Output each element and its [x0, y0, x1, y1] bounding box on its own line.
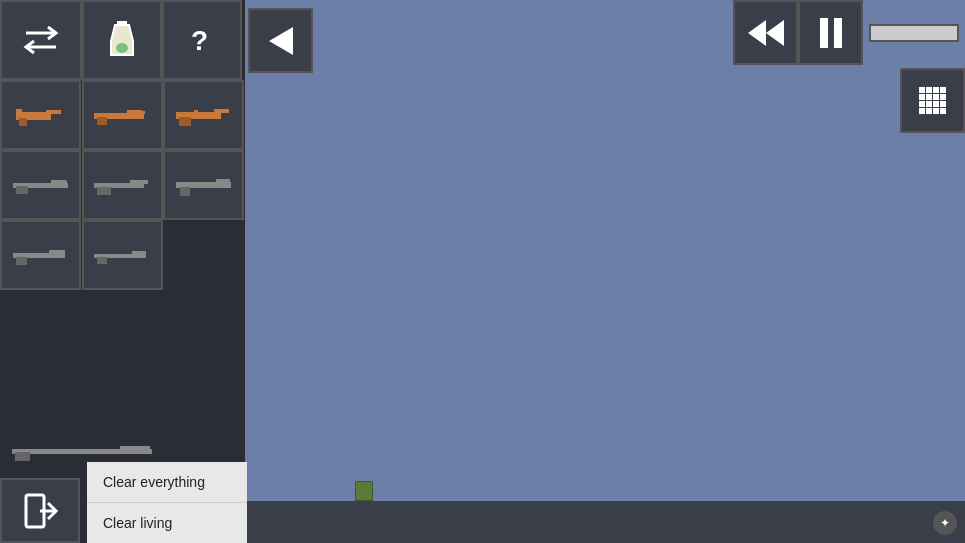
svg-marker-42 [766, 20, 784, 46]
weapon-cell-1[interactable] [0, 80, 81, 150]
flask-button[interactable] [82, 0, 162, 80]
svg-text:?: ? [191, 25, 208, 56]
svg-rect-11 [137, 111, 145, 114]
help-button[interactable]: ? [162, 0, 242, 80]
svg-rect-34 [97, 257, 107, 264]
weapon-cell-2[interactable] [82, 80, 163, 150]
weapon-cell-4[interactable] [0, 150, 81, 220]
weapon-icon-6 [174, 170, 234, 200]
svg-rect-39 [140, 447, 150, 450]
svg-rect-30 [16, 257, 27, 265]
svg-rect-31 [57, 251, 64, 254]
clear-everything-button[interactable]: Clear everything [87, 462, 247, 503]
weapon-cell-3[interactable] [163, 80, 244, 150]
svg-rect-27 [222, 180, 230, 183]
svg-rect-22 [97, 187, 111, 195]
pause-button[interactable] [798, 0, 863, 65]
svg-rect-19 [61, 181, 67, 184]
swap-button[interactable] [0, 0, 82, 80]
weapon-icon-4 [11, 170, 71, 200]
character [355, 481, 373, 501]
svg-marker-40 [269, 27, 293, 55]
ground: ✦ [245, 501, 965, 543]
weapon-icon-5 [92, 170, 152, 200]
weapon-icon-2 [92, 100, 152, 130]
svg-rect-23 [139, 181, 146, 184]
svg-rect-26 [180, 187, 190, 196]
weapon-icon-3 [174, 100, 234, 130]
svg-point-2 [116, 43, 128, 53]
weapon-icon-8 [92, 240, 152, 270]
svg-rect-15 [194, 110, 198, 114]
speed-bar[interactable] [869, 24, 959, 42]
weapon-icon-7 [11, 240, 71, 270]
swap-icon [22, 25, 60, 55]
weapon-grid [0, 80, 245, 290]
weapon-cell-7[interactable] [0, 220, 81, 290]
weapon-cell-8[interactable] [82, 220, 163, 290]
help-icon: ? [187, 22, 217, 58]
weapon-cell-6[interactable] [163, 150, 244, 220]
weapon-cell-5[interactable] [82, 150, 163, 220]
rewind-icon [744, 18, 788, 48]
svg-rect-35 [139, 252, 145, 254]
rewind-button[interactable] [733, 0, 798, 65]
toolbar: ? [0, 0, 245, 80]
back-icon [263, 23, 299, 59]
svg-rect-5 [46, 110, 61, 114]
grid-toggle-button[interactable] [900, 68, 965, 133]
svg-rect-18 [16, 186, 28, 194]
grid-icon [919, 87, 946, 114]
svg-rect-7 [16, 109, 22, 114]
speed-bar-container [863, 20, 965, 46]
clear-living-button[interactable]: Clear living [87, 503, 247, 543]
top-controls [733, 0, 965, 65]
svg-rect-43 [820, 18, 828, 48]
weapon-icon-1 [11, 100, 71, 130]
flask-icon [107, 21, 137, 59]
svg-rect-6 [19, 118, 27, 126]
exit-icon [20, 491, 60, 531]
ground-icon: ✦ [933, 511, 957, 535]
back-button[interactable] [248, 8, 313, 73]
svg-rect-38 [15, 452, 30, 461]
svg-rect-10 [97, 117, 107, 125]
svg-rect-1 [117, 21, 127, 26]
svg-rect-13 [214, 109, 229, 113]
exit-button[interactable] [0, 478, 80, 543]
svg-marker-41 [748, 20, 766, 46]
pause-icon [816, 15, 846, 51]
play-area [245, 0, 965, 543]
context-menu: Clear everything Clear living [87, 462, 247, 543]
svg-rect-14 [179, 117, 191, 126]
svg-rect-44 [834, 18, 842, 48]
speed-bar-fill [871, 26, 957, 40]
bottom-weapon-icon [10, 436, 170, 466]
